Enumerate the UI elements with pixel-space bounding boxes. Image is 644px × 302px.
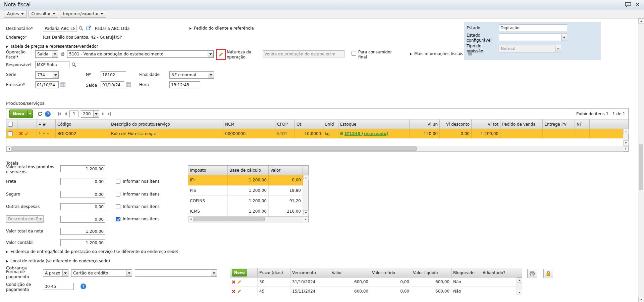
codigo-column-header[interactable]: Código — [56, 120, 109, 129]
valor-produtos-input[interactable] — [60, 165, 105, 172]
outras-despesas-input[interactable] — [60, 203, 105, 210]
edit-pencil-icon[interactable] — [218, 52, 223, 57]
desconto-informar-checkbox[interactable] — [116, 217, 120, 221]
frete-input[interactable] — [60, 178, 105, 185]
parcelas-vertical-scrollbar[interactable] — [517, 277, 522, 295]
prev-page-icon[interactable] — [64, 112, 67, 116]
meio-pagamento-select[interactable]: Cartão de crédito — [71, 269, 132, 277]
scroll-down-icon[interactable] — [623, 140, 629, 145]
refresh-icon[interactable] — [37, 111, 43, 117]
calendar-icon[interactable] — [60, 82, 65, 87]
last-page-icon[interactable] — [107, 112, 111, 116]
calendar-icon[interactable] — [126, 82, 131, 87]
page-size-select[interactable]: 200 — [81, 110, 99, 118]
hora-input[interactable] — [169, 81, 200, 88]
scroll-right-icon[interactable] — [303, 217, 308, 222]
print-button[interactable] — [527, 269, 537, 278]
estoque-link[interactable]: LT1245 (reservado) — [344, 131, 388, 136]
scroll-up-icon[interactable] — [638, 18, 644, 24]
estoque-column-header[interactable]: Estoque — [338, 120, 410, 129]
scroll-up-icon[interactable] — [303, 175, 309, 180]
page-vertical-scrollbar[interactable] — [638, 18, 644, 302]
local-retirada-toggle[interactable]: Local de retirada (se diferente do ender… — [6, 259, 110, 264]
scroll-up-icon[interactable] — [517, 277, 522, 283]
imposto-row-cofins[interactable]: COFINS 1.200,00 91,20 — [188, 196, 308, 206]
operacao-fiscal-select[interactable]: 5101 - Venda de produção do estabelecime… — [67, 50, 214, 58]
seguro-informar-checkbox[interactable] — [116, 192, 120, 197]
endereco-entrega-toggle[interactable]: Endereço de entrega/local de prestação d… — [6, 249, 178, 254]
valor-nota-input[interactable] — [60, 228, 105, 235]
tipo-operacao-select[interactable]: Saída — [35, 50, 58, 58]
tabela-precos-toggle[interactable]: Tabela de preços e representante/vendedo… — [6, 44, 98, 49]
frete-informar-checkbox[interactable] — [116, 179, 120, 184]
scrollbar-thumb[interactable] — [12, 146, 417, 151]
select-all-checkbox[interactable] — [8, 122, 13, 127]
search-icon[interactable] — [71, 62, 76, 67]
estado-configuravel-select[interactable] — [499, 34, 567, 41]
nf-column-header[interactable]: NF — [575, 120, 590, 129]
page-number-input[interactable] — [69, 111, 78, 117]
scrollbar-thumb[interactable] — [194, 217, 265, 221]
valor-contabil-input[interactable] — [60, 239, 105, 246]
forma-pagamento-select[interactable]: A prazo — [43, 269, 68, 277]
imposto-row-pis[interactable]: PIS 1.200,00 19,80 — [188, 185, 308, 196]
novo-produto-button[interactable]: Novo — [9, 110, 33, 118]
open-record-icon[interactable] — [86, 26, 91, 31]
pedido-cliente-toggle[interactable]: Pedido do cliente e referência — [190, 26, 254, 31]
edit-row-icon[interactable] — [24, 131, 29, 136]
produtos-vertical-scrollbar[interactable] — [623, 129, 628, 145]
imposto-row-icms[interactable]: ICMS 1.200,00 216,00 — [188, 206, 308, 216]
entrega-pv-column-header[interactable]: Entrega PV — [543, 120, 575, 129]
scroll-right-icon[interactable] — [623, 146, 628, 152]
seguro-input[interactable] — [60, 191, 105, 198]
close-icon[interactable]: × — [635, 2, 640, 7]
descricao-column-header[interactable]: Descrição do produto/serviço — [109, 120, 223, 129]
qt-column-header[interactable]: Qt — [295, 120, 323, 129]
serie-select[interactable]: 734 — [35, 71, 59, 79]
vltot-column-header[interactable]: Vl tot — [472, 120, 500, 129]
saida-data-input[interactable] — [101, 81, 124, 88]
next-page-icon[interactable] — [102, 112, 105, 116]
vldesconto-column-header[interactable]: Vl desconto — [440, 120, 472, 129]
mais-informacoes-toggle[interactable]: Mais informações fiscais — [410, 51, 463, 56]
row-checkbox[interactable] — [8, 131, 13, 136]
edit-row-icon[interactable] — [237, 279, 241, 284]
destinatario-input[interactable] — [43, 25, 76, 32]
outras-informar-checkbox[interactable] — [116, 204, 120, 209]
menu-consultar[interactable]: Consultar — [29, 10, 59, 18]
lock-parcelas-button[interactable] — [543, 269, 553, 278]
delete-row-icon[interactable] — [232, 280, 235, 284]
pedido-venda-column-header[interactable]: Pedido de venda — [500, 120, 543, 129]
scroll-down-icon[interactable] — [638, 297, 644, 302]
search-icon[interactable] — [78, 26, 84, 31]
comment-icon[interactable] — [625, 2, 631, 7]
num-column-header[interactable]: # — [37, 120, 56, 129]
impostos-horizontal-scrollbar[interactable] — [188, 216, 308, 222]
menu-imprimir-exportar[interactable]: Imprimir/exportar — [60, 10, 106, 18]
responsavel-input[interactable] — [35, 61, 69, 68]
condicao-pagamento-input[interactable] — [43, 283, 74, 290]
cfop-column-header[interactable]: CFOP — [275, 120, 295, 129]
novo-parcela-button[interactable]: Novo — [232, 269, 247, 276]
conta-select[interactable] — [135, 269, 217, 277]
help-icon[interactable]: ? — [45, 111, 51, 117]
first-page-icon[interactable] — [58, 112, 62, 116]
ncm-column-header[interactable]: NCM — [223, 120, 275, 129]
consumidor-final-checkbox[interactable] — [352, 51, 356, 56]
scroll-up-icon[interactable] — [623, 129, 629, 134]
menu-acoes[interactable]: Ações — [4, 10, 27, 18]
scrollbar-thumb[interactable] — [639, 144, 643, 190]
delete-row-icon[interactable] — [19, 132, 23, 135]
scroll-down-icon[interactable] — [517, 290, 522, 295]
produtos-horizontal-scrollbar[interactable] — [6, 146, 628, 152]
parcela-row[interactable]: 45 15/11/2024 600,00 0,00 600,00 Não — [230, 287, 522, 296]
help-icon[interactable]: ? — [80, 284, 86, 289]
scroll-down-icon[interactable] — [303, 210, 309, 215]
emissao-input[interactable] — [35, 81, 59, 88]
produto-row[interactable]: 1 BOLO002 Bolo de Floresta negra 0000000… — [6, 129, 628, 138]
numero-input[interactable] — [101, 71, 126, 78]
move-down-icon[interactable] — [47, 133, 49, 134]
desconto-input[interactable] — [60, 216, 105, 223]
fiscal-info-icon[interactable] — [468, 51, 472, 56]
scroll-left-icon[interactable] — [188, 217, 194, 222]
